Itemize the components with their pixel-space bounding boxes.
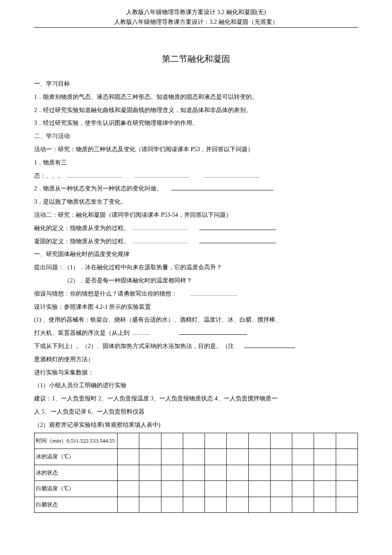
q3-text: 3．是以致了物质状态发生了变化。 — [34, 198, 127, 205]
blank-line — [179, 329, 247, 335]
cell-empty — [161, 449, 183, 465]
cell-empty — [205, 433, 227, 449]
cell-empty — [183, 481, 205, 497]
cell-empty — [118, 497, 139, 513]
hypothesis-text: 假设与猜想：你的猜想是什么？请勇敢写出你的猜想： — [34, 290, 177, 297]
header-subtitle: 人教版八年级物理导教课方案设计：3.2 融化和凝固（无答案） — [34, 18, 358, 26]
cell-empty — [161, 465, 183, 481]
header-divider — [34, 27, 358, 28]
cell-empty — [314, 465, 336, 481]
blank-line — [204, 172, 259, 178]
cell-empty — [314, 433, 336, 449]
cell-empty — [248, 449, 270, 465]
cell-empty — [270, 481, 292, 497]
equip-2: 打火机、装置器械的序次是（从上到 — [34, 327, 358, 340]
def-solidify: 凝固的定义：指物质从变为的过程。 — [34, 235, 358, 248]
table-row: 冰的温度（℃） — [35, 449, 358, 465]
cell-empty — [270, 449, 292, 465]
cell-empty — [227, 481, 248, 497]
blank-line — [190, 290, 237, 296]
blank-line — [52, 198, 64, 204]
objective-2: 2．经过研究实验知道融化曲线和凝固曲线的物理含义，知道晶体和非晶体的差别。 — [34, 104, 358, 117]
blank-line — [199, 224, 276, 230]
cell-empty — [248, 481, 270, 497]
equip-3: 下或从下到上）。（2）、固体的加热方式采纳的水浴加热法，目的是。（注 — [34, 340, 358, 353]
cell-empty — [292, 481, 314, 497]
cell-empty — [118, 481, 139, 497]
cell-empty — [292, 497, 314, 513]
activity1-title: 活动一：研究：物质的三种状态及变化（请同学们阅读课本 P53，并回答以下问题） — [34, 143, 358, 156]
cell-empty — [183, 433, 205, 449]
cell-empty — [227, 449, 248, 465]
table-row: 时间（min）0.511.522.533.544.55 — [35, 433, 358, 449]
cell-empty — [139, 433, 161, 449]
objective-3: 3．经过研究实验，使学生认识图象在研究物理规律中的作用。 — [34, 117, 358, 130]
cell-empty — [336, 449, 357, 465]
section2-heading: 二、学习活动 — [34, 130, 358, 143]
cell-empty — [205, 497, 227, 513]
activity1-q1a: 1．物质有三 — [34, 156, 358, 170]
cell-empty — [161, 481, 183, 497]
cell-empty — [183, 465, 205, 481]
cell-empty — [248, 465, 270, 481]
cell-ice-temp-label: 冰的温度（℃） — [35, 449, 118, 465]
cell-wax-state-label: 白腊状态 — [35, 497, 118, 513]
equip2-text: 打火机、装置器械的序次是（从上到 — [34, 330, 130, 336]
section1-heading: 一、学习目标 — [34, 78, 358, 91]
cell-empty — [139, 481, 161, 497]
cell-empty — [161, 433, 183, 449]
activity1-q1b: 态：、、。 — [34, 170, 358, 183]
cell-empty — [314, 481, 336, 497]
cell-ice-state-label: 冰的状态 — [35, 465, 118, 481]
cell-empty — [336, 465, 357, 481]
data-table: 时间（min）0.511.522.533.544.55 冰的温度（℃） — [34, 433, 358, 513]
blank-line — [67, 172, 122, 178]
table-row: 白腊状态 — [35, 497, 358, 513]
def2-text: 凝固的定义：指物质从变为的过程。 — [34, 238, 130, 244]
cell-empty — [139, 449, 161, 465]
design-exp: 设计实验：参照课本图 4.2-1 所示的实验装置 — [34, 301, 358, 314]
cell-empty — [336, 497, 357, 513]
content-body: 一、学习目标 1．能差别物质的气态、液态和固态三种形态。知道物质的固态和液态是可… — [34, 78, 358, 513]
cell-empty — [270, 497, 292, 513]
cell-empty — [292, 433, 314, 449]
hypothesis: 假设与猜想：你的猜想是什么？请勇敢写出你的猜想： — [34, 288, 358, 301]
blank-line — [244, 342, 295, 348]
blank-line — [133, 329, 150, 335]
cell-empty — [248, 497, 270, 513]
blank-line — [133, 224, 188, 230]
cell-empty — [205, 449, 227, 465]
cell-empty — [139, 465, 161, 481]
collect-data: 进行实验与采集数据： — [34, 366, 358, 380]
equip-4: 意酒精灯的使用方法） — [34, 353, 358, 366]
question-2: （2）．是否是每一种固体融化时的温度都同样？ — [34, 274, 358, 288]
cell-empty — [336, 433, 357, 449]
cell-empty — [183, 497, 205, 513]
cell-empty — [161, 497, 183, 513]
cell-empty — [118, 465, 139, 481]
cell-empty — [139, 497, 161, 513]
sub-heading-1: 一、研究固体融化时的温度变化规律 — [34, 248, 358, 261]
cell-empty — [336, 481, 357, 497]
cell-empty — [314, 497, 336, 513]
blank-line — [171, 184, 274, 190]
cell-empty — [292, 465, 314, 481]
def1-text: 融化的定义：指物质从变为的过程。 — [34, 225, 130, 231]
activity1-q3: 3．是以致了物质状态发生了变化。 — [34, 196, 358, 209]
activity2-title: 活动二：研究：融化和凝固（请同学们阅读课本 P53-54，并回答以下问题） — [34, 209, 358, 222]
cell-time-label: 时间（min）0.511.522.533.544.55 — [35, 433, 118, 449]
cell-empty — [314, 449, 336, 465]
main-title: 第二节融化和凝固 — [34, 53, 358, 65]
step-1: （1）小组人员分工明确的进行实验 — [34, 379, 358, 392]
cell-empty — [205, 481, 227, 497]
cell-empty — [205, 465, 227, 481]
cell-empty — [227, 465, 248, 481]
suggest-1: 建议：1、一人负责报时 2、一人负责报温度 3、一人负责报物质状态 4、一人负责… — [34, 392, 358, 405]
equip3-text: 下或从下到上）。（2）、固体的加热方式采纳的水浴加热法，目的是。（注 — [34, 343, 234, 349]
table-row: 白腊温度（℃） — [35, 481, 358, 497]
cell-empty — [248, 433, 270, 449]
blank-line — [199, 237, 276, 243]
blank-line — [133, 237, 188, 243]
q1b-text: 态：、、。 — [34, 173, 64, 179]
q2-text: 2．物质从一种状态变为另一种状态的变化叫做。 — [34, 185, 162, 192]
